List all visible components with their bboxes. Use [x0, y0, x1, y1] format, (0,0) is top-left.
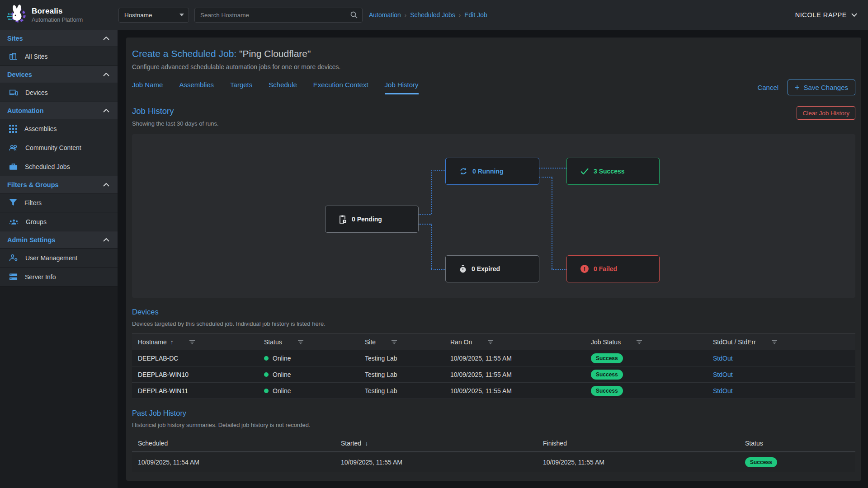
- sidebar-item-label: Assemblies: [24, 125, 57, 132]
- edit-job-card: Create a Scheduled Job: "Ping Cloudflare…: [126, 38, 861, 481]
- server-icon: [9, 273, 18, 281]
- hostname-cell: DEEPLAB-WIN11: [138, 387, 264, 394]
- filter-icon[interactable]: [391, 340, 397, 344]
- clipboard-clock-icon: [339, 215, 347, 224]
- sidebar-item-label: User Management: [25, 254, 77, 262]
- sidebar-item-label: Groups: [26, 218, 47, 225]
- tab-job-name[interactable]: Job Name: [132, 81, 163, 94]
- filter-icon[interactable]: [297, 340, 304, 344]
- column-header-stdout-stderr[interactable]: StdOut / StdErr: [713, 338, 855, 346]
- building-icon: [9, 52, 18, 61]
- hostname-select-value: Hostname: [124, 12, 152, 19]
- job-status-cell: Success: [591, 370, 713, 380]
- topbar: Hostname Automation › Scheduled Jobs › E…: [118, 0, 868, 30]
- connector: [431, 170, 445, 171]
- filter-icon[interactable]: [189, 340, 195, 344]
- sidebar-section-filters-groups[interactable]: Filters & Groups: [0, 176, 118, 193]
- started-cell: 10/09/2025, 11:55 AM: [341, 459, 543, 466]
- column-header-site[interactable]: Site: [365, 338, 450, 346]
- sidebar-item-devices[interactable]: Devices: [0, 83, 118, 102]
- sidebar-item-user-management[interactable]: User Management: [0, 249, 118, 267]
- sidebar-section-devices[interactable]: Devices: [0, 66, 118, 83]
- clear-job-history-button[interactable]: Clear Job History: [797, 106, 855, 120]
- job-history-heading: Job History: [132, 106, 219, 116]
- column-label: Scheduled: [138, 440, 168, 447]
- column-label: Status: [745, 440, 763, 447]
- connector: [539, 168, 566, 169]
- brand-name: Borealis: [32, 7, 83, 16]
- user-menu[interactable]: NICOLE RAPPE: [795, 11, 857, 19]
- column-header-finished[interactable]: Finished: [543, 440, 745, 447]
- table-row: DEEPLAB-WIN11 Online Testing Lab 10/09/2…: [132, 383, 855, 399]
- column-label: StdOut / StdErr: [713, 338, 756, 346]
- sidebar-item-server-info[interactable]: Server Info: [0, 267, 118, 286]
- sidebar-item-groups[interactable]: Groups: [0, 212, 118, 231]
- failed-count-label: 0 Failed: [594, 265, 617, 272]
- filter-icon[interactable]: [487, 340, 494, 344]
- tab-assemblies[interactable]: Assemblies: [179, 81, 214, 94]
- success-state-box: 3 Success: [566, 158, 660, 185]
- breadcrumb-edit-job[interactable]: Edit Job: [464, 11, 487, 19]
- tab-execution-context[interactable]: Execution Context: [313, 81, 368, 94]
- section-label: Devices: [7, 71, 32, 78]
- stdout-link[interactable]: StdOut: [713, 387, 733, 394]
- column-header-ran-on[interactable]: Ran On: [450, 338, 591, 346]
- cancel-button[interactable]: Cancel: [757, 84, 778, 91]
- column-header-started[interactable]: Started↓: [341, 440, 543, 447]
- column-label: Site: [365, 338, 376, 346]
- tab-targets[interactable]: Targets: [230, 81, 252, 94]
- sort-asc-icon: ↑: [170, 338, 174, 346]
- connector: [419, 224, 431, 225]
- sidebar: Borealis Automation Platform Sites All S…: [0, 0, 118, 488]
- filter-icon[interactable]: [636, 340, 642, 344]
- sidebar-item-filters[interactable]: Filters: [0, 193, 118, 212]
- site-cell: Testing Lab: [365, 371, 450, 378]
- chevron-up-icon: [103, 37, 109, 40]
- status-cell: Online: [264, 387, 365, 394]
- hostname-select[interactable]: Hostname: [118, 8, 189, 23]
- connector: [552, 269, 566, 270]
- sidebar-item-all-sites[interactable]: All Sites: [0, 47, 118, 66]
- column-label: Hostname: [138, 338, 167, 346]
- column-header-hostname[interactable]: Hostname ↑: [138, 338, 264, 346]
- content-area: Create a Scheduled Job: "Ping Cloudflare…: [118, 30, 868, 488]
- devices-table: Hostname ↑ Status Site: [132, 333, 855, 399]
- column-header-status[interactable]: Status: [264, 338, 365, 346]
- stdout-cell: StdOut: [713, 355, 855, 362]
- sidebar-item-scheduled-jobs[interactable]: Scheduled Jobs: [0, 157, 118, 176]
- column-header-status[interactable]: Status: [745, 440, 855, 447]
- column-header-scheduled[interactable]: Scheduled: [138, 440, 341, 447]
- chevron-up-icon: [103, 73, 109, 76]
- stdout-cell: StdOut: [713, 371, 855, 378]
- sidebar-item-community-content[interactable]: Community Content: [0, 138, 118, 157]
- main-area: Hostname Automation › Scheduled Jobs › E…: [118, 0, 868, 488]
- search-input[interactable]: [200, 12, 350, 19]
- pending-state-box: 0 Pending: [325, 206, 419, 233]
- breadcrumb-scheduled-jobs[interactable]: Scheduled Jobs: [410, 11, 455, 19]
- tab-schedule[interactable]: Schedule: [269, 81, 297, 94]
- sort-desc-icon: ↓: [365, 440, 368, 447]
- sidebar-section-admin-settings[interactable]: Admin Settings: [0, 231, 118, 249]
- sidebar-section-automation[interactable]: Automation: [0, 102, 118, 119]
- devices-heading: Devices: [132, 308, 855, 316]
- breadcrumb-separator: ›: [405, 12, 406, 19]
- tab-job-history[interactable]: Job History: [385, 81, 419, 94]
- sidebar-section-sites[interactable]: Sites: [0, 30, 118, 47]
- search-icon[interactable]: [350, 11, 358, 19]
- stdout-link[interactable]: StdOut: [713, 355, 733, 362]
- past-history-table-header: Scheduled Started↓ Finished Status: [132, 435, 855, 452]
- breadcrumb-automation[interactable]: Automation: [369, 11, 401, 19]
- header-actions: Cancel + Save Changes: [757, 80, 855, 95]
- job-status-cell: Success: [591, 386, 713, 396]
- column-header-job-status[interactable]: Job Status: [591, 338, 713, 346]
- sidebar-item-assemblies[interactable]: Assemblies: [0, 119, 118, 138]
- checkmark-icon: [580, 168, 589, 174]
- column-label: Started: [341, 440, 361, 447]
- job-history-heading-block: Job History Showing the last 30 days of …: [132, 106, 219, 127]
- sidebar-item-label: All Sites: [25, 53, 48, 60]
- stdout-link[interactable]: StdOut: [713, 371, 733, 378]
- save-changes-button[interactable]: + Save Changes: [788, 80, 855, 95]
- logo-area: Borealis Automation Platform: [0, 0, 118, 30]
- filter-icon[interactable]: [771, 340, 778, 344]
- status-label: Online: [273, 387, 291, 394]
